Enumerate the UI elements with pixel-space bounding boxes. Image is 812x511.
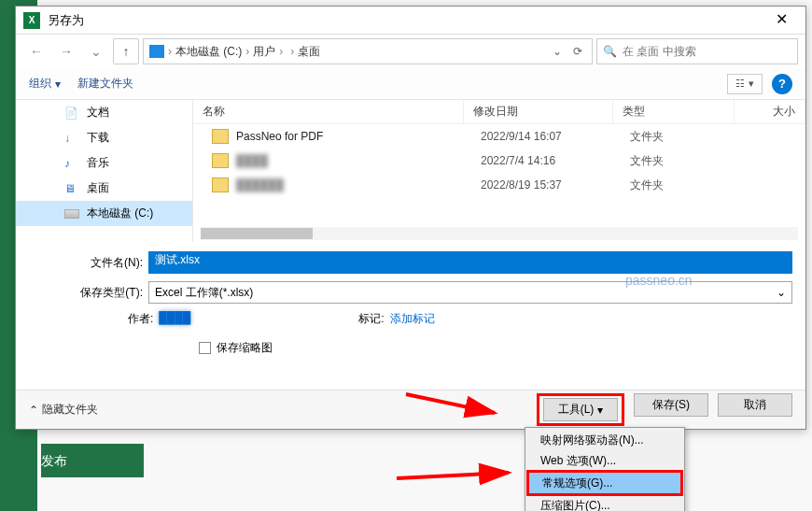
filetype-label: 保存类型(T):	[29, 285, 148, 301]
folder-icon	[212, 129, 229, 144]
file-row[interactable]: ██████ 2022/8/19 15:37 文件夹	[193, 173, 805, 197]
sidebar-item-localdisk[interactable]: 本地磁盘 (C:)	[16, 201, 192, 226]
nav-recent[interactable]: ⌄	[83, 38, 109, 64]
desktop-icon: 🖥	[64, 182, 79, 195]
tag-value[interactable]: 添加标记	[390, 311, 435, 327]
sidebar-item-documents[interactable]: 📄文档	[16, 100, 192, 125]
file-row[interactable]: PassNeo for PDF 2022/9/14 16:07 文件夹	[193, 124, 805, 149]
view-mode-button[interactable]: ☷ ▾	[727, 74, 763, 94]
svg-line-1	[397, 473, 509, 478]
file-row[interactable]: ████ 2022/7/4 14:16 文件夹	[193, 149, 805, 173]
tools-menu: 映射网络驱动器(N)... Web 选项(W)... 常规选项(G)... 压缩…	[525, 427, 685, 511]
nav-back[interactable]: ←	[23, 38, 49, 64]
document-icon: 📄	[64, 106, 79, 120]
music-icon: ♪	[64, 157, 79, 170]
col-size[interactable]: 大小	[735, 100, 805, 123]
tools-highlight-box: 工具(L)▾	[537, 393, 624, 426]
menu-general-options[interactable]: 常规选项(G)...	[529, 473, 680, 493]
col-date[interactable]: 修改日期	[464, 100, 613, 123]
author-label: 作者:	[128, 311, 153, 327]
nav-up[interactable]: ↑	[113, 38, 139, 64]
col-name[interactable]: 名称	[193, 100, 464, 123]
sidebar-item-downloads[interactable]: ↓下载	[16, 125, 192, 150]
excel-icon: X	[23, 12, 40, 29]
crumb-0[interactable]: 本地磁盘 (C:)	[175, 44, 242, 60]
save-as-dialog: X 另存为 ✕ ← → ⌄ ↑ › 本地磁盘 (C:) › 用户 › › 桌面 …	[15, 6, 806, 430]
hide-folders-button[interactable]: ⌃隐藏文件夹	[29, 402, 98, 418]
thumbnail-checkbox[interactable]	[199, 342, 211, 354]
chevron-down-icon: ⌄	[777, 286, 786, 299]
crumb-1[interactable]: 用户	[253, 44, 275, 60]
tools-button[interactable]: 工具(L)▾	[543, 398, 618, 421]
menu-web-options[interactable]: Web 选项(W)...	[527, 450, 682, 471]
folder-icon	[212, 153, 229, 168]
file-list: 名称 修改日期 类型 大小 PassNeo for PDF 2022/9/14 …	[193, 100, 805, 242]
arrow-annotation-2	[392, 458, 513, 486]
search-icon: 🔍	[603, 45, 617, 58]
sidebar: 📄文档 ↓下载 ♪音乐 🖥桌面 本地磁盘 (C:)	[16, 100, 193, 242]
toolbar: 组织▾ 新建文件夹 ☷ ▾ ?	[16, 68, 805, 100]
nav-bar: ← → ⌄ ↑ › 本地磁盘 (C:) › 用户 › › 桌面 ⌄ ⟳ 🔍 在 …	[16, 35, 805, 68]
search-input[interactable]: 🔍 在 桌面 中搜索	[596, 38, 798, 64]
download-icon: ↓	[64, 132, 79, 145]
refresh-button[interactable]: ⟳	[569, 45, 586, 58]
close-button[interactable]: ✕	[764, 9, 798, 32]
bg-publish-label: 发布	[41, 444, 144, 477]
save-button[interactable]: 保存(S)	[634, 393, 708, 417]
search-placeholder: 在 桌面 中搜索	[623, 44, 696, 60]
svg-line-0	[406, 394, 495, 413]
crumb-3[interactable]: 桌面	[298, 44, 320, 60]
new-folder-button[interactable]: 新建文件夹	[77, 76, 133, 92]
crumb-dropdown[interactable]: ⌄	[549, 45, 566, 58]
author-value[interactable]: ████	[159, 311, 190, 327]
disk-icon	[64, 209, 79, 219]
cancel-button[interactable]: 取消	[718, 393, 792, 417]
watermark: passneo.cn	[625, 273, 693, 288]
horizontal-scrollbar[interactable]	[201, 227, 798, 240]
thumbnail-label: 保存缩略图	[217, 340, 273, 356]
tag-label: 标记:	[358, 311, 384, 327]
arrow-annotation-1	[401, 385, 504, 422]
drive-icon	[149, 45, 164, 58]
nav-forward[interactable]: →	[53, 38, 79, 64]
menu-map-drive[interactable]: 映射网络驱动器(N)...	[527, 430, 682, 450]
chevron-down-icon: ▾	[597, 404, 603, 417]
titlebar: X 另存为 ✕	[16, 7, 805, 35]
sidebar-item-music[interactable]: ♪音乐	[16, 150, 192, 176]
folder-icon	[212, 177, 229, 192]
filetype-select[interactable]: Excel 工作簿(*.xlsx)⌄	[148, 281, 792, 304]
chevron-up-icon: ⌃	[29, 404, 38, 417]
breadcrumb[interactable]: › 本地磁盘 (C:) › 用户 › › 桌面 ⌄ ⟳	[143, 38, 593, 64]
sidebar-item-desktop[interactable]: 🖥桌面	[16, 176, 192, 201]
organize-button[interactable]: 组织▾	[29, 76, 61, 92]
filename-label: 文件名(N):	[29, 255, 148, 271]
filename-input[interactable]: 测试.xlsx	[148, 251, 792, 274]
help-button[interactable]: ?	[772, 74, 792, 94]
col-type[interactable]: 类型	[613, 100, 735, 123]
dialog-title: 另存为	[48, 12, 764, 29]
menu-compress-pictures[interactable]: 压缩图片(C)...	[527, 495, 682, 511]
